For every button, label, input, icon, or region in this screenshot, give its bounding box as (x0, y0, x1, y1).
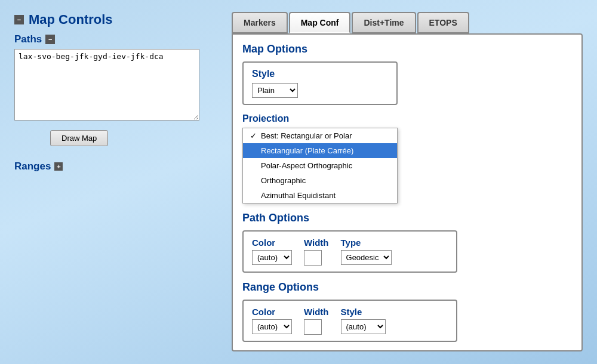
left-panel: − Map Controls Paths − Draw Map Ranges + (14, 12, 217, 351)
range-style-col: Style (auto) Solid Dashed Dotted (341, 307, 386, 334)
range-width-col: Width (304, 307, 329, 335)
projection-dropdown: ✓ Best: Rectangular or Polar Rectangular… (242, 128, 398, 203)
paths-section-title: Paths − (14, 33, 217, 45)
paths-collapse-icon[interactable]: − (45, 35, 55, 44)
path-options-box: Color (auto) Red Blue Green Black Width (242, 230, 457, 273)
projection-item-rectangular[interactable]: Rectangular (Plate Carrée) (243, 143, 397, 158)
range-style-label: Style (341, 307, 386, 317)
range-color-select[interactable]: (auto) Red Blue Green Black (252, 319, 292, 334)
path-width-input[interactable] (304, 250, 322, 266)
tabs-bar: Markers Map Conf Dist+Time ETOPS (232, 12, 583, 33)
path-color-col: Color (auto) Red Blue Green Black (252, 237, 292, 265)
projection-item-orthographic[interactable]: Orthographic (243, 173, 397, 188)
ranges-label: Ranges (14, 161, 51, 172)
path-width-col: Width (304, 237, 329, 266)
projection-label: Proiection (242, 113, 572, 124)
check-icon: ✓ (250, 131, 259, 140)
path-color-label: Color (252, 237, 292, 248)
tab-etops[interactable]: ETOPS (417, 12, 469, 33)
projection-item-azimuthal[interactable]: Azimuthal Equidistant (243, 188, 397, 203)
map-options-header: Map Options (242, 43, 572, 55)
path-type-label: Type (341, 237, 392, 248)
paths-label: Paths (14, 33, 42, 45)
range-color-label: Color (252, 307, 292, 317)
style-select[interactable]: Plain Terrain Satellite Dark (252, 83, 298, 98)
range-width-input[interactable] (304, 319, 322, 335)
range-style-select[interactable]: (auto) Solid Dashed Dotted (341, 319, 386, 334)
path-type-select[interactable]: Geodesic Rhumb Straight (341, 250, 392, 265)
check-placeholder (250, 146, 259, 155)
projection-item-best[interactable]: ✓ Best: Rectangular or Polar (243, 128, 397, 143)
range-options-box: Color (auto) Red Blue Green Black Width (242, 300, 457, 342)
tab-disttime[interactable]: Dist+Time (352, 12, 416, 33)
path-type-col: Type Geodesic Rhumb Straight (341, 237, 392, 265)
tab-markers[interactable]: Markers (232, 12, 288, 33)
draw-map-button[interactable]: Draw Map (50, 130, 108, 146)
range-color-col: Color (auto) Red Blue Green Black (252, 307, 292, 334)
ranges-section-title: Ranges + (14, 161, 217, 172)
range-options-grid: Color (auto) Red Blue Green Black Width (252, 307, 448, 335)
collapse-icon[interactable]: − (14, 15, 24, 24)
projection-section: Proiection ✓ Best: Rectangular or Polar … (242, 113, 572, 203)
page-title: Map Controls (29, 12, 113, 27)
tab-mapconf[interactable]: Map Conf (289, 12, 351, 33)
projection-item-polar[interactable]: Polar-Aspect Orthographic (243, 158, 397, 173)
ranges-section: Ranges + (14, 161, 217, 172)
style-box: Style Plain Terrain Satellite Dark (242, 61, 398, 105)
range-options-header: Range Options (242, 281, 572, 294)
path-options-header: Path Options (242, 212, 572, 224)
path-options-grid: Color (auto) Red Blue Green Black Width (252, 237, 448, 266)
range-width-label: Width (304, 307, 329, 317)
path-width-label: Width (304, 237, 329, 248)
right-panel: Markers Map Conf Dist+Time ETOPS Map Opt… (232, 12, 583, 351)
content-panel: Map Options Style Plain Terrain Satellit… (232, 33, 583, 351)
map-controls-title: − Map Controls (14, 12, 217, 27)
path-color-select[interactable]: (auto) Red Blue Green Black (252, 250, 292, 265)
style-label: Style (252, 69, 388, 79)
ranges-expand-icon[interactable]: + (54, 162, 63, 171)
paths-textarea[interactable] (14, 49, 199, 121)
